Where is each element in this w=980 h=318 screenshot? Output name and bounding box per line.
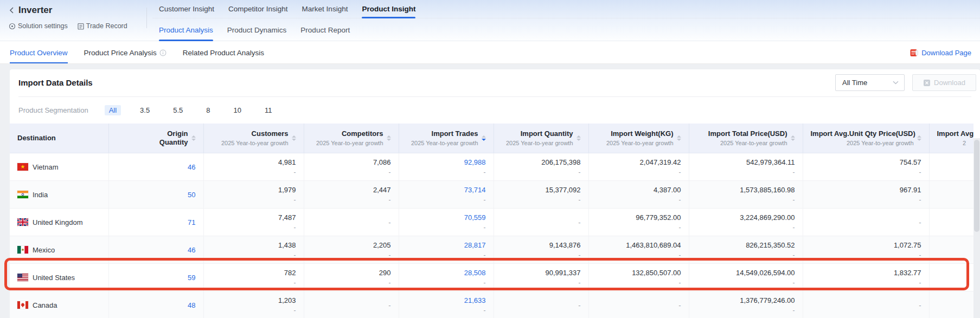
cell-growth: -: [811, 195, 921, 205]
column-title: Import Weight(KG): [606, 129, 674, 138]
chevron-left-icon: [9, 7, 14, 14]
header-divider: [146, 8, 147, 28]
section-tab-related-product-analysis[interactable]: Related Product Analysis: [183, 42, 264, 63]
download-page-button[interactable]: Download Page: [910, 49, 971, 57]
import-avg-unit-qty-price-usd-cell: 967.91-: [803, 181, 929, 209]
origin-quantity-link[interactable]: 59: [188, 272, 195, 283]
cell-value: 290: [312, 268, 391, 278]
origin-quantity-link[interactable]: 46: [188, 162, 195, 172]
vertical-scrollbar[interactable]: [973, 138, 980, 318]
destination-cell: United Kingdom: [10, 209, 108, 236]
empty-value: -: [304, 209, 399, 236]
section-tab-label: Product Overview: [10, 49, 68, 57]
cell-value: 1,203: [212, 295, 296, 306]
nav-tab-market-insight[interactable]: Market Insight: [302, 0, 348, 18]
cell-value[interactable]: 21,633: [407, 295, 486, 306]
segmentation-option-8[interactable]: 8: [202, 105, 214, 115]
cell-growth: -: [811, 250, 921, 260]
segmentation-option-5-5[interactable]: 5.5: [169, 105, 187, 115]
india-flag-icon: [17, 191, 28, 198]
subnav-tab-product-analysis[interactable]: Product Analysis: [159, 22, 213, 41]
sort-caret-icon[interactable]: [677, 135, 681, 141]
trade-record-link[interactable]: Trade Record: [78, 22, 127, 30]
import-quantity-cell: -: [494, 209, 588, 236]
origin-quantity-link[interactable]: 46: [188, 245, 195, 255]
table-row-united-kingdom: United Kingdom717,487--70,559--96,779,35…: [10, 209, 973, 236]
sort-caret-icon[interactable]: [577, 135, 581, 141]
cell-growth: -: [212, 306, 296, 315]
column-header-import-quantity[interactable]: Import Quantity2025 Year-to-year growth: [494, 124, 588, 153]
time-range-select[interactable]: All Time: [835, 74, 905, 91]
column-header-origin-quantity[interactable]: Origin Quantity: [108, 124, 203, 153]
column-subtitle: 2025 Year-to-year growth: [708, 139, 787, 147]
subnav-tab-product-dynamics[interactable]: Product Dynamics: [227, 22, 287, 41]
segmentation-option-all[interactable]: All: [105, 105, 121, 115]
sort-caret-icon[interactable]: [191, 135, 196, 141]
sort-caret-icon[interactable]: [791, 135, 795, 141]
nav-tab-competitor-insight[interactable]: Competitor Insight: [228, 0, 288, 18]
origin-quantity-link[interactable]: 48: [188, 300, 195, 310]
cell-value: 2,205: [312, 240, 391, 250]
sort-caret-icon[interactable]: [482, 135, 486, 141]
table-row-united-states: United States59782-290-28,508-90,991,337…: [10, 264, 973, 291]
destination-cell: Canada: [10, 291, 108, 318]
cell-value: 2,047,319.42: [597, 157, 681, 167]
nav-tab-customer-insight[interactable]: Customer Insight: [159, 0, 214, 18]
product-segmentation-row: Product Segmentation All3.55.581011: [18, 101, 291, 119]
panel-title: Import Data Details: [18, 78, 93, 87]
column-header-competitors[interactable]: Competitors2025 Year-to-year growth: [304, 124, 399, 153]
section-tab-product-overview[interactable]: Product Overview: [10, 42, 68, 63]
column-header-import-total-price-usd[interactable]: Import Total Price(USD)2025 Year-to-year…: [689, 124, 803, 153]
column-header-import-weight-kg[interactable]: Import Weight(KG)2025 Year-to-year growt…: [588, 124, 689, 153]
cell-growth: -: [811, 278, 921, 288]
column-title: Origin Quantity: [153, 129, 188, 147]
import-weight-kg-cell: 4,387.00-: [588, 181, 689, 209]
nav-tab-product-insight[interactable]: Product Insight: [362, 0, 415, 18]
trade-record-label: Trade Record: [86, 22, 127, 30]
cell-value[interactable]: 28,817: [407, 240, 486, 250]
column-title: Import Trades: [411, 129, 478, 138]
customers-cell: 7,487-: [203, 209, 304, 236]
breadcrumb: Inverter: [9, 5, 52, 16]
import-trades-cell: 21,633-: [399, 291, 494, 318]
column-header-customers[interactable]: Customers2025 Year-to-year growth: [203, 124, 304, 153]
competitors-cell: 2,447-: [304, 181, 399, 209]
import-avg-unit-qty-price-usd-cell: -: [803, 209, 929, 236]
cell-value[interactable]: 70,559: [407, 212, 486, 223]
import-trades-cell: 28,508-: [399, 264, 494, 291]
back-button[interactable]: [9, 7, 14, 14]
cell-value: 826,215,350.52: [697, 240, 795, 250]
cell-growth: -: [407, 278, 486, 288]
segmentation-option-3-5[interactable]: 3.5: [136, 105, 154, 115]
topbar: Inverter Solution settings Trade Record …: [0, 0, 980, 41]
cell-value[interactable]: 92,988: [407, 157, 486, 167]
scrollbar-thumb[interactable]: [974, 140, 979, 232]
subnav-tab-product-report[interactable]: Product Report: [300, 22, 350, 41]
import-avg-unit-qty-price-usd-cell: 754.57-: [803, 153, 929, 181]
cell-value[interactable]: 73,714: [407, 185, 486, 195]
cell-growth: -: [502, 195, 581, 205]
solution-settings-link[interactable]: Solution settings: [9, 22, 68, 30]
origin-quantity-link[interactable]: 71: [188, 217, 195, 228]
sort-caret-icon[interactable]: [917, 135, 921, 141]
column-header-import-avg-unit-qty-price-usd[interactable]: Import Avg.Unit Qty Price(USD)2025 Year-…: [803, 124, 929, 153]
cell-value: 1,979: [212, 185, 296, 195]
origin-quantity-link[interactable]: 50: [188, 190, 195, 200]
segmentation-option-10[interactable]: 10: [229, 105, 245, 115]
destination-name: Vietnam: [33, 163, 58, 171]
section-tab-product-price-analysis[interactable]: Product Price Analysis: [84, 42, 166, 63]
destination-cell: United States: [10, 264, 108, 291]
chevron-down-icon: [893, 81, 899, 85]
cell-value: 132,850,507.00: [597, 268, 681, 278]
download-button[interactable]: Download: [912, 74, 976, 91]
competitors-cell: 2,205-: [304, 236, 399, 264]
segmentation-option-11[interactable]: 11: [260, 105, 277, 115]
sort-caret-icon[interactable]: [387, 135, 391, 141]
sort-caret-icon[interactable]: [292, 135, 296, 141]
column-header-import-trades[interactable]: Import Trades2025 Year-to-year growth: [399, 124, 494, 153]
cell-growth: -: [597, 167, 681, 177]
empty-value: -: [803, 209, 929, 236]
cell-value: 7,086: [312, 157, 391, 167]
import-quantity-cell: 206,175,398-: [494, 153, 588, 181]
cell-value[interactable]: 28,508: [407, 268, 486, 278]
